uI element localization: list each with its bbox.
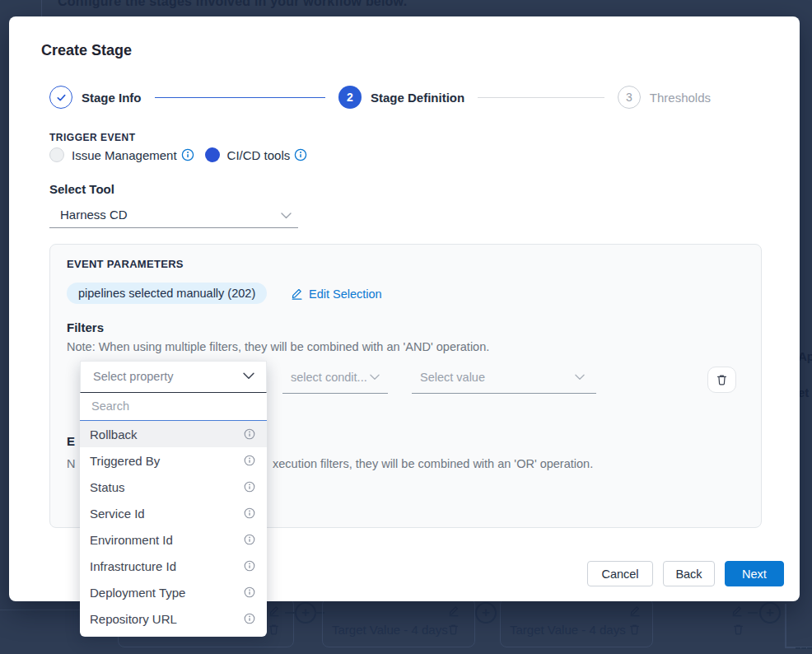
step-number: 3 [618, 86, 641, 109]
filters-note: Note: When using multiple filters, they … [67, 340, 489, 353]
option-label: Triggered By [90, 454, 160, 468]
cancel-button[interactable]: Cancel [587, 561, 653, 586]
property-placeholder: Select property [93, 370, 174, 383]
option-label: Rollback [90, 427, 138, 441]
option-service-id[interactable]: Service Id [80, 500, 267, 526]
radio-unselected-icon[interactable] [49, 147, 64, 162]
background-connector [796, 647, 812, 649]
chevron-down-icon [575, 374, 585, 381]
trash-icon [268, 624, 280, 636]
option-label: Service Id [90, 507, 145, 521]
step-thresholds[interactable]: 3 Thresholds [618, 86, 711, 109]
info-icon[interactable] [244, 507, 255, 519]
radio-cicd-tools[interactable]: CI/CD tools [205, 147, 308, 162]
info-icon[interactable] [244, 481, 255, 493]
step-label: Thresholds [650, 91, 711, 105]
condition-dropdown[interactable]: select condit... [282, 362, 388, 394]
stepper-connector [155, 97, 325, 98]
background-card-title: Target Value - 4 days [510, 623, 626, 637]
step-label: Stage Definition [371, 91, 464, 105]
value-placeholder: Select value [420, 371, 485, 384]
background-text-fragment: et [798, 385, 809, 399]
stepper: Stage Info 2 Stage Definition 3 Threshol… [49, 86, 711, 109]
selection-pill: pipelines selected manually (202) [67, 283, 267, 304]
option-label: Environment Id [90, 533, 173, 547]
property-dropdown-trigger[interactable]: Select property [80, 361, 267, 393]
option-rollback[interactable]: Rollback [80, 421, 267, 447]
option-triggered-by[interactable]: Triggered By [80, 447, 267, 474]
delete-filter-button[interactable] [707, 367, 736, 393]
trash-icon [732, 624, 744, 636]
info-icon[interactable] [244, 613, 255, 624]
back-button[interactable]: Back [663, 561, 715, 586]
option-infrastructure-id[interactable]: Infrastructure Id [80, 553, 267, 579]
property-option-list: Rollback Triggered By Status Service Id … [80, 421, 267, 637]
add-stage-icon: + [759, 602, 781, 624]
chevron-down-icon [370, 374, 380, 381]
stepper-connector [478, 97, 604, 98]
next-button[interactable]: Next [725, 561, 784, 586]
step-label: Stage Info [82, 91, 142, 105]
option-status[interactable]: Status [80, 474, 267, 500]
execution-note-fragment: N [67, 457, 75, 470]
background-card-edge [785, 604, 786, 647]
radio-label: Issue Management [72, 148, 177, 162]
info-icon[interactable] [244, 586, 255, 598]
edit-icon [291, 287, 303, 301]
trash-icon [447, 624, 460, 636]
option-deployment-type[interactable]: Deployment Type [80, 579, 267, 605]
background-stage-card: Target Value - 4 days [322, 598, 475, 647]
option-label: Infrastructure Id [90, 559, 176, 573]
select-tool-dropdown[interactable]: Harness CD [49, 205, 298, 228]
info-icon[interactable] [181, 148, 194, 161]
edit-icon [448, 604, 460, 618]
info-icon[interactable] [244, 560, 255, 572]
screen: Configure the stages involved in your wo… [0, 0, 812, 654]
execution-filters-heading: E [67, 434, 75, 448]
filters-heading: Filters [67, 320, 104, 334]
check-icon [56, 92, 67, 102]
background-stage-card: Target Value - 4 days [500, 598, 653, 647]
dialog-title: Create Stage [41, 42, 132, 59]
trigger-event-options: Issue Management CI/CD tools [49, 147, 307, 162]
info-icon[interactable] [244, 428, 255, 440]
step-stage-info[interactable]: Stage Info [49, 86, 142, 109]
condition-placeholder: select condit... [291, 371, 367, 384]
background-header-text: Configure the stages involved in your wo… [58, 0, 407, 9]
option-repository-url[interactable]: Repository URL [80, 605, 267, 632]
add-stage-icon: + [475, 602, 497, 624]
info-icon[interactable] [294, 148, 307, 161]
trigger-event-label: TRIGGER EVENT [49, 132, 136, 143]
select-tool-label: Select Tool [49, 182, 114, 196]
option-label: Deployment Type [90, 586, 185, 600]
edit-icon [629, 604, 641, 618]
option-environment-id[interactable]: Environment Id [80, 526, 267, 553]
edit-selection-label: Edit Selection [309, 287, 382, 301]
edit-selection-link[interactable]: Edit Selection [291, 287, 382, 301]
background-card-title: Target Value - 4 days [332, 623, 448, 637]
step-stage-definition[interactable]: 2 Stage Definition [338, 86, 464, 109]
edit-icon [268, 604, 280, 618]
add-stage-icon: + [295, 602, 316, 624]
value-dropdown[interactable]: Select value [412, 362, 596, 394]
option-label: Status [90, 480, 125, 494]
property-search[interactable] [80, 393, 267, 421]
search-input[interactable] [80, 393, 267, 419]
info-icon[interactable] [244, 455, 255, 466]
trash-icon [628, 624, 641, 636]
step-number: 2 [338, 86, 362, 109]
chevron-down-icon [243, 372, 254, 380]
background-text-fragment: Ap [798, 349, 812, 363]
trash-icon [716, 374, 728, 386]
execution-note-fragment: xecution filters, they will be combined … [273, 457, 593, 470]
edit-icon [731, 604, 743, 618]
radio-label: CI/CD tools [227, 148, 291, 162]
chevron-down-icon [281, 213, 292, 219]
option-label: Repository URL [90, 612, 177, 626]
radio-issue-management[interactable]: Issue Management [49, 147, 194, 162]
radio-selected-icon[interactable] [205, 147, 220, 162]
property-dropdown: Select property Rollback Triggered By St… [80, 361, 267, 637]
background-panel-divider [41, 0, 42, 17]
info-icon[interactable] [244, 534, 255, 545]
step-complete-icon [49, 86, 72, 109]
